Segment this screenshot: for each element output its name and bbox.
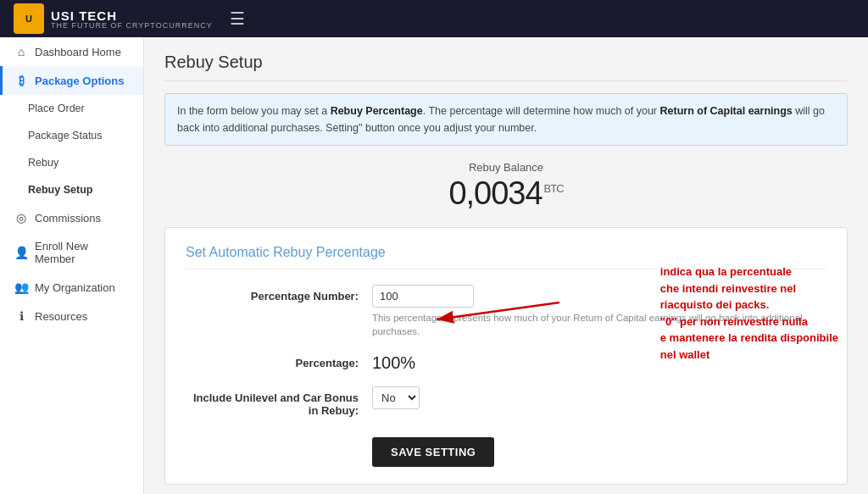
- card-title: Set Automatic Rebuy Percentage: [186, 245, 826, 269]
- include-field: No Yes: [372, 386, 826, 409]
- main-content: Rebuy Setup In the form below you may se…: [144, 37, 868, 494]
- sidebar-item-place-order[interactable]: Place Order: [0, 95, 143, 122]
- sidebar-item-label: Package Status: [28, 130, 103, 142]
- logo-icon: U: [14, 3, 44, 34]
- sidebar-item-label: My Organization: [35, 281, 115, 294]
- percentage-value: 100%: [372, 352, 826, 373]
- percentage-number-input[interactable]: [372, 285, 474, 308]
- sidebar-item-label: Place Order: [28, 103, 85, 114]
- sidebar-item-enroll-new-member[interactable]: 👤 Enroll New Member: [0, 232, 143, 273]
- sidebar-item-label: Enroll New Member: [35, 240, 131, 265]
- sidebar: ⌂ Dashboard Home ₿ Package Options Place…: [0, 37, 144, 494]
- percentage-row: Percentage: 100%: [186, 352, 826, 373]
- sidebar-item-package-options[interactable]: ₿ Package Options: [0, 66, 143, 95]
- sidebar-item-rebuy-setup[interactable]: Rebuy Setup: [0, 176, 143, 203]
- page-title: Rebuy Setup: [164, 53, 848, 81]
- sidebar-item-resources[interactable]: ℹ Resources: [0, 302, 143, 330]
- home-icon: ⌂: [14, 45, 28, 58]
- org-icon: 👥: [14, 280, 28, 294]
- sidebar-item-rebuy[interactable]: Rebuy: [0, 149, 143, 176]
- brand-name: USI TECH: [51, 8, 117, 23]
- balance-value: 0,0034BTC: [164, 175, 848, 212]
- sidebar-item-dashboard-home[interactable]: ⌂ Dashboard Home: [0, 37, 143, 66]
- sidebar-item-label: Package Options: [35, 75, 124, 87]
- info-banner: In the form below you may set a Rebuy Pe…: [164, 93, 848, 146]
- user-icon: 👤: [14, 246, 28, 259]
- percentage-number-field: This percentage represents how much of y…: [372, 285, 826, 338]
- sidebar-item-my-organization[interactable]: 👥 My Organization: [0, 273, 143, 302]
- sidebar-item-label: Rebuy: [28, 157, 58, 169]
- percentage-number-hint: This percentage represents how much of y…: [372, 311, 826, 338]
- sidebar-item-commissions[interactable]: ◎ Commissions: [0, 203, 143, 232]
- sidebar-item-label: Commissions: [35, 212, 101, 225]
- include-select[interactable]: No Yes: [372, 386, 420, 409]
- logo: U USI TECH THE FUTURE OF CRYPTOCURRENCY: [14, 3, 213, 34]
- sidebar-item-label: Rebuy Setup: [28, 184, 92, 196]
- percentage-number-label: Percentage Number:: [186, 285, 372, 303]
- percentage-value-field: 100%: [372, 352, 826, 373]
- balance-label: Rebuy Balance: [164, 161, 848, 174]
- brand-tagline: THE FUTURE OF CRYPTOCURRENCY: [51, 21, 213, 30]
- hamburger-menu[interactable]: ☰: [230, 8, 245, 29]
- sidebar-item-label: Dashboard Home: [35, 46, 121, 58]
- save-setting-button[interactable]: SAVE SETTING: [372, 437, 494, 467]
- commissions-icon: ◎: [14, 211, 28, 225]
- bitcoin-icon: ₿: [14, 74, 28, 87]
- rebuy-setup-card: Set Automatic Rebuy Percentage Percentag…: [164, 227, 848, 485]
- percentage-number-row: Percentage Number: This percentage repre…: [186, 285, 826, 338]
- include-label: Include Unilevel and Car Bonus in Rebuy:: [186, 386, 372, 417]
- info-icon: ℹ: [14, 309, 28, 323]
- sidebar-item-package-status[interactable]: Package Status: [0, 122, 143, 149]
- sidebar-item-label: Resources: [35, 310, 87, 323]
- top-navigation: U USI TECH THE FUTURE OF CRYPTOCURRENCY …: [0, 0, 868, 37]
- balance-section: Rebuy Balance 0,0034BTC: [164, 161, 848, 212]
- percentage-label: Percentage:: [186, 352, 372, 369]
- include-unilevel-row: Include Unilevel and Car Bonus in Rebuy:…: [186, 386, 826, 417]
